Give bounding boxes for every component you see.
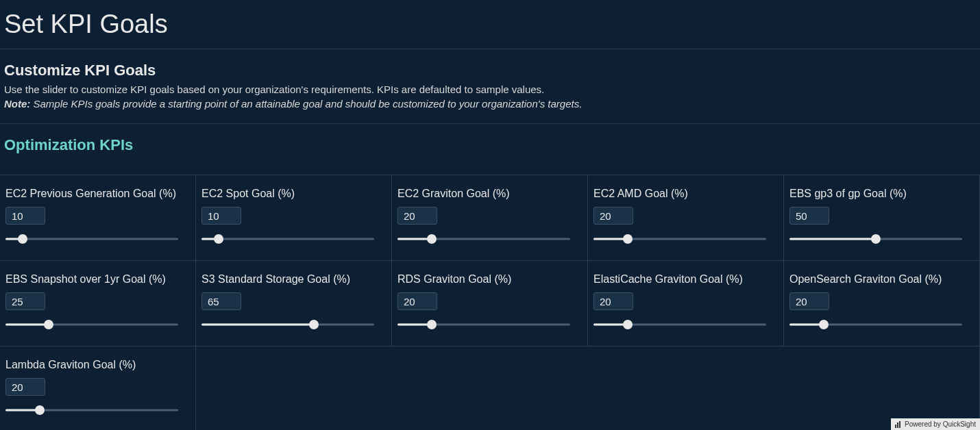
slider-fill bbox=[201, 324, 314, 326]
kpi-value-input[interactable] bbox=[397, 207, 437, 225]
kpi-label: S3 Standard Storage Goal (%) bbox=[201, 273, 386, 286]
footer-badge: Powered by QuickSight bbox=[891, 418, 980, 430]
customize-note: Note: Sample KPIs goals provide a starti… bbox=[4, 97, 976, 111]
kpi-slider[interactable] bbox=[201, 320, 374, 329]
svg-rect-2 bbox=[899, 421, 901, 428]
kpi-value-input[interactable] bbox=[397, 292, 437, 310]
kpi-slider[interactable] bbox=[789, 320, 962, 329]
kpi-slider[interactable] bbox=[397, 320, 570, 329]
quicksight-icon bbox=[895, 421, 902, 428]
kpi-label: EC2 Graviton Goal (%) bbox=[397, 188, 582, 200]
kpi-cell: EC2 Previous Generation Goal (%) bbox=[0, 175, 196, 261]
customize-description: Use the slider to customize KPI goals ba… bbox=[4, 82, 976, 97]
kpi-label: EC2 Previous Generation Goal (%) bbox=[5, 188, 190, 200]
svg-rect-0 bbox=[895, 425, 896, 428]
slider-thumb[interactable] bbox=[427, 234, 437, 244]
kpi-cell: EC2 Graviton Goal (%) bbox=[392, 175, 588, 261]
kpi-slider[interactable] bbox=[397, 234, 570, 244]
kpi-value-input[interactable] bbox=[593, 292, 633, 310]
kpi-value-input[interactable] bbox=[789, 292, 829, 310]
kpi-label: EBS gp3 of gp Goal (%) bbox=[789, 188, 974, 200]
slider-thumb[interactable] bbox=[623, 320, 633, 329]
kpi-label: ElastiCache Graviton Goal (%) bbox=[593, 273, 778, 286]
slider-fill bbox=[5, 324, 49, 326]
kpi-slider[interactable] bbox=[5, 405, 178, 415]
note-text: Sample KPIs goals provide a starting poi… bbox=[30, 98, 582, 110]
kpi-slider[interactable] bbox=[789, 234, 962, 244]
kpi-cell: RDS Graviton Goal (%) bbox=[392, 261, 588, 346]
slider-track bbox=[5, 238, 178, 240]
kpi-cell: EC2 Spot Goal (%) bbox=[196, 175, 392, 261]
slider-thumb[interactable] bbox=[18, 234, 27, 244]
kpi-label: OpenSearch Graviton Goal (%) bbox=[789, 273, 974, 286]
page-title: Set KPI Goals bbox=[0, 0, 980, 49]
kpi-cell: ElastiCache Graviton Goal (%) bbox=[588, 261, 784, 346]
kpi-slider[interactable] bbox=[593, 320, 766, 329]
slider-thumb[interactable] bbox=[427, 320, 437, 329]
kpi-label: Lambda Graviton Goal (%) bbox=[5, 359, 190, 371]
empty-cell bbox=[784, 346, 980, 430]
empty-cell bbox=[392, 346, 588, 430]
kpi-cell: EBS Snapshot over 1yr Goal (%) bbox=[0, 261, 196, 346]
svg-rect-1 bbox=[897, 422, 898, 428]
kpi-label: EC2 AMD Goal (%) bbox=[593, 188, 778, 200]
customize-section: Customize KPI Goals Use the slider to cu… bbox=[0, 49, 980, 124]
kpi-cell: EC2 AMD Goal (%) bbox=[588, 175, 784, 261]
slider-track bbox=[201, 238, 374, 240]
kpi-grid: EC2 Previous Generation Goal (%)EC2 Spot… bbox=[0, 175, 980, 430]
kpi-value-input[interactable] bbox=[5, 292, 45, 310]
kpi-value-input[interactable] bbox=[5, 207, 45, 225]
slider-thumb[interactable] bbox=[309, 320, 319, 329]
empty-cell bbox=[196, 346, 392, 430]
kpi-cell: S3 Standard Storage Goal (%) bbox=[196, 261, 392, 346]
slider-thumb[interactable] bbox=[44, 320, 53, 329]
slider-thumb[interactable] bbox=[819, 320, 829, 329]
note-label: Note: bbox=[4, 98, 30, 110]
kpi-slider[interactable] bbox=[5, 234, 178, 244]
kpi-value-input[interactable] bbox=[201, 207, 241, 225]
slider-fill bbox=[789, 238, 876, 240]
kpi-value-input[interactable] bbox=[593, 207, 633, 225]
customize-title: Customize KPI Goals bbox=[4, 62, 976, 79]
kpi-value-input[interactable] bbox=[201, 292, 241, 310]
kpi-label: EBS Snapshot over 1yr Goal (%) bbox=[5, 273, 190, 286]
kpi-slider[interactable] bbox=[593, 234, 766, 244]
kpi-cell: EBS gp3 of gp Goal (%) bbox=[784, 175, 980, 261]
kpi-slider[interactable] bbox=[5, 320, 178, 329]
slider-thumb[interactable] bbox=[871, 234, 881, 244]
slider-thumb[interactable] bbox=[35, 405, 45, 415]
slider-thumb[interactable] bbox=[214, 234, 223, 244]
kpi-label: EC2 Spot Goal (%) bbox=[201, 188, 386, 200]
slider-thumb[interactable] bbox=[623, 234, 633, 244]
kpi-value-input[interactable] bbox=[5, 378, 45, 396]
kpi-cell: OpenSearch Graviton Goal (%) bbox=[784, 261, 980, 346]
optimization-kpis-title: Optimization KPIs bbox=[0, 124, 980, 175]
kpi-value-input[interactable] bbox=[789, 207, 829, 225]
footer-text: Powered by QuickSight bbox=[905, 420, 976, 428]
kpi-cell: Lambda Graviton Goal (%) bbox=[0, 346, 196, 430]
kpi-slider[interactable] bbox=[201, 234, 374, 244]
empty-cell bbox=[588, 346, 784, 430]
kpi-label: RDS Graviton Goal (%) bbox=[397, 273, 582, 286]
